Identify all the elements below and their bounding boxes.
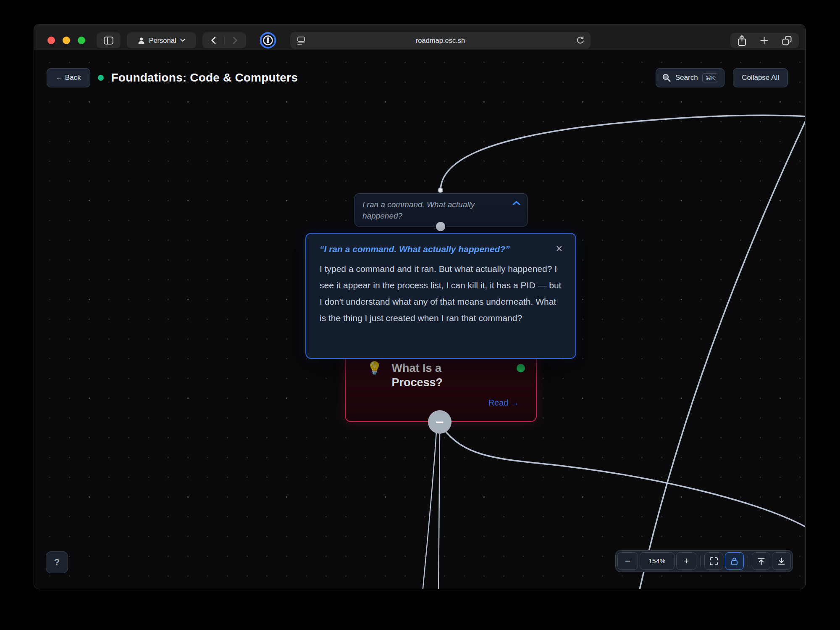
share-icon — [737, 35, 747, 46]
zoom-out-button[interactable]: − — [617, 552, 638, 570]
toolbar-right-cluster — [730, 33, 799, 48]
reload-icon — [576, 36, 585, 45]
edge-down-left — [423, 432, 436, 589]
chevron-down-icon — [180, 39, 185, 42]
topic-node-title: What Is a Process? — [391, 361, 467, 390]
page-format-icon[interactable] — [297, 37, 306, 45]
collapse-all-button[interactable]: Collapse All — [733, 68, 788, 87]
sidebar-icon — [104, 37, 113, 45]
search-icon — [662, 73, 671, 82]
onepassword-icon — [260, 32, 276, 49]
page-title: Foundations: Code & Computers — [111, 71, 298, 84]
safari-window: Personal — [34, 24, 806, 589]
download-button[interactable] — [772, 552, 791, 570]
close-window-button[interactable] — [47, 37, 55, 44]
edge-right-diagonal — [639, 118, 806, 589]
fit-view-button[interactable] — [704, 552, 723, 570]
minimize-window-button[interactable] — [63, 37, 70, 44]
chevron-left-icon — [211, 37, 216, 44]
lock-icon — [730, 557, 738, 566]
arrow-to-bottom-icon — [777, 557, 785, 565]
onepassword-extension-button[interactable] — [260, 32, 276, 49]
collapse-all-label: Collapse All — [742, 74, 779, 82]
profile-switcher[interactable]: Personal — [127, 32, 196, 48]
connector-dot-bottom[interactable] — [436, 222, 445, 231]
chevron-up-icon[interactable] — [512, 201, 520, 221]
sidebar-toggle-button[interactable] — [97, 32, 121, 48]
export-top-button[interactable] — [752, 552, 771, 570]
connector-dot-top — [438, 187, 443, 193]
minus-icon: − — [436, 415, 444, 429]
back-nav-button[interactable] — [203, 37, 224, 44]
traffic-lights — [47, 37, 85, 44]
person-icon — [138, 37, 145, 44]
roadmap-canvas[interactable]: ← Back Foundations: Code & Computers Sea… — [34, 50, 805, 589]
zoom-level[interactable]: 154% — [640, 552, 675, 570]
read-link[interactable]: Read → — [488, 398, 519, 408]
browser-toolbar: Personal — [34, 24, 805, 50]
arrow-to-top-icon — [757, 557, 765, 565]
search-button[interactable]: Search ⌘K — [656, 68, 724, 87]
share-button[interactable] — [737, 35, 747, 46]
back-button[interactable]: ← Back — [47, 68, 90, 87]
zoom-separator — [700, 556, 701, 567]
zoom-separator-2 — [748, 556, 748, 567]
tabs-icon — [782, 35, 792, 46]
tab-overview-button[interactable] — [782, 35, 792, 46]
reload-button[interactable] — [576, 36, 585, 45]
question-node-text: I ran a command. What actually happened? — [362, 199, 501, 221]
address-bar[interactable]: roadmap.esc.sh — [290, 32, 591, 49]
help-label: ? — [54, 557, 60, 568]
nav-buttons — [202, 32, 246, 48]
lock-view-button[interactable] — [725, 552, 744, 570]
zoom-level-value: 154% — [648, 557, 666, 565]
zoom-in-button[interactable]: + — [676, 552, 697, 570]
search-shortcut-badge: ⌘K — [702, 73, 719, 82]
popup-body-text: I typed a command and it ran. But what a… — [320, 261, 564, 326]
popup-title: “I ran a command. What actually happened… — [320, 244, 510, 254]
edge-down — [438, 432, 440, 589]
edge-bottom-right — [443, 428, 806, 527]
zoom-out-label: − — [625, 555, 630, 567]
new-tab-button[interactable] — [760, 37, 768, 45]
zoom-controls: − 154% + — [615, 550, 793, 572]
plus-icon — [760, 37, 768, 45]
question-popup: “I ran a command. What actually happened… — [305, 233, 576, 359]
help-button[interactable]: ? — [46, 551, 68, 573]
edge-top-right — [441, 115, 806, 190]
search-label: Search — [675, 74, 698, 82]
topic-status-dot — [517, 364, 525, 372]
chevron-right-icon — [233, 37, 238, 44]
forward-nav-button[interactable] — [225, 37, 246, 44]
collapse-node-button[interactable]: − — [428, 410, 452, 434]
url-text: roadmap.esc.sh — [416, 37, 465, 45]
close-icon[interactable]: ✕ — [555, 244, 563, 253]
fullscreen-window-button[interactable] — [78, 37, 85, 44]
fullscreen-icon — [709, 557, 718, 566]
back-button-label: ← Back — [56, 74, 81, 82]
roadmap-status-dot — [98, 75, 104, 81]
lightbulb-icon: 💡 — [367, 361, 382, 390]
zoom-in-label: + — [684, 556, 689, 567]
profile-label: Personal — [149, 37, 176, 45]
